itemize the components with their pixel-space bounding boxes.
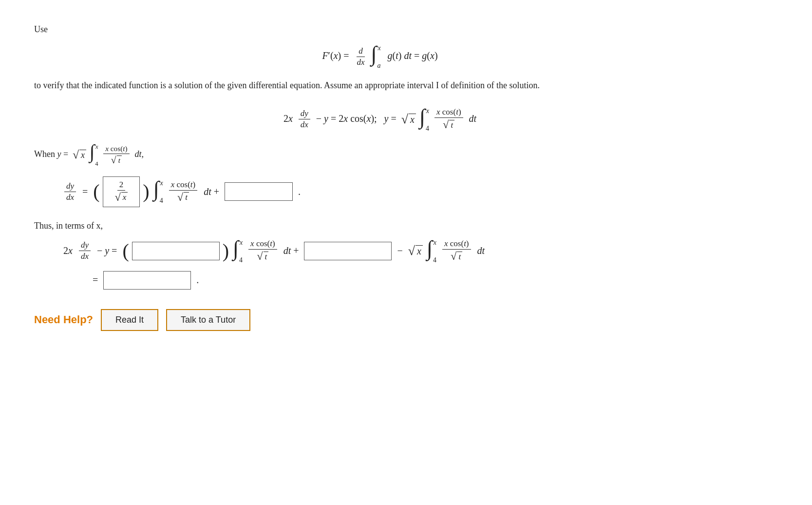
integrand-gt: g(t) dt = g(x) bbox=[385, 50, 438, 61]
input-box-3[interactable] bbox=[304, 242, 392, 260]
eq-sqrt-x: √ x bbox=[401, 112, 416, 127]
dy-dt-plus: dt + bbox=[201, 186, 222, 197]
when-dt: dt, bbox=[132, 149, 144, 159]
d-denominator: dx bbox=[355, 57, 367, 67]
integral-limits: x a bbox=[378, 43, 381, 70]
eq-minus-y: − y = 2x cos(x); y = bbox=[314, 113, 399, 123]
intro-text: Use bbox=[34, 24, 687, 35]
input-box-4[interactable] bbox=[103, 271, 191, 290]
dy-dot: . bbox=[296, 186, 301, 197]
need-help-label: Need Help? bbox=[34, 313, 93, 326]
main-integral: ∫ x a bbox=[371, 43, 382, 70]
eq2-close-paren: ) bbox=[223, 241, 229, 261]
eq3-equals: = bbox=[93, 274, 100, 286]
read-it-button[interactable]: Read It bbox=[101, 309, 158, 331]
open-paren-1: ( bbox=[93, 182, 99, 201]
eq2-minus-y: − y = bbox=[94, 245, 119, 256]
d-dx-frac: d dx bbox=[355, 46, 367, 67]
description-span: to verify that the indicated function is… bbox=[34, 80, 540, 90]
page-content: Use F′(x) = d dx ∫ x a g(t) dt = g(x) to… bbox=[19, 15, 701, 341]
when-cos-frac: x cos(t) √ t bbox=[103, 144, 129, 166]
eq2-open-paren: ( bbox=[122, 241, 129, 261]
formula-block: F′(x) = d dx ∫ x a g(t) dt = g(x) bbox=[73, 43, 687, 70]
when-block: When y = √ x ∫ x 4 x cos(t) √ t dt, bbox=[34, 142, 687, 168]
eq-2x: 2x bbox=[283, 113, 295, 123]
eq-dy-dx: dy dx bbox=[299, 109, 310, 130]
eq2-sqrt-x: √ x bbox=[408, 244, 423, 258]
lower-limit: a bbox=[378, 62, 381, 70]
close-paren-1: ) bbox=[143, 182, 149, 201]
thus-block: Thus, in terms of x, bbox=[34, 221, 687, 231]
fprime-label: F′(x) = bbox=[322, 50, 351, 61]
when-integral: ∫ x 4 bbox=[89, 142, 99, 168]
eq2-integral2: ∫ x 4 bbox=[427, 238, 437, 264]
input-box-2[interactable] bbox=[132, 242, 220, 260]
need-help-section: Need Help? Read It Talk to a Tutor bbox=[34, 309, 687, 331]
d-numerator: d bbox=[357, 46, 365, 57]
eq2-block: 2x dy dx − y = ( ) ∫ x 4 x cos(t) √ t d bbox=[63, 238, 687, 264]
eq-cos-frac: x cos(t) √ t bbox=[434, 107, 463, 131]
eq2-cos-frac: x cos(t) √ t bbox=[248, 239, 277, 263]
eq3-block: = . bbox=[93, 271, 687, 290]
upper-limit: x bbox=[378, 44, 380, 52]
dy-integral: ∫ x 4 bbox=[153, 178, 164, 205]
box-2-sqrtx: 2 √ x bbox=[103, 176, 140, 207]
use-label: Use bbox=[34, 24, 48, 34]
thus-label: Thus, in terms of x, bbox=[34, 221, 103, 231]
dy-dx-lhs: dy dx bbox=[64, 181, 76, 202]
eq2-dt-plus: dt + bbox=[281, 245, 302, 256]
when-sqrt-x: √ x bbox=[73, 148, 86, 161]
eq3-dot: . bbox=[194, 274, 199, 286]
equation-block: 2x dy dx − y = 2x cos(x); y = √ x ∫ x 4 … bbox=[73, 106, 687, 133]
eq2-integral: ∫ x 4 bbox=[233, 238, 244, 264]
eq2-minus: − bbox=[395, 245, 405, 256]
integral-sign: ∫ bbox=[371, 43, 377, 65]
eq2-dy-dx: dy dx bbox=[79, 240, 91, 261]
eq2-2x: 2x bbox=[63, 245, 75, 256]
eq-dt: dt bbox=[467, 113, 477, 123]
eq-integral: ∫ x 4 bbox=[419, 106, 430, 133]
input-box-1[interactable] bbox=[225, 182, 293, 201]
description-text: to verify that the indicated function is… bbox=[34, 78, 687, 93]
eq2-dt2: dt bbox=[475, 245, 485, 256]
talk-to-tutor-button[interactable]: Talk to a Tutor bbox=[166, 309, 250, 331]
dy-dx-block: dy dx = ( 2 √ x ) ∫ x 4 bbox=[63, 176, 687, 207]
eq2-cos-frac2: x cos(t) √ t bbox=[442, 239, 471, 263]
dy-cos-frac: x cos(t) √ t bbox=[169, 180, 198, 204]
